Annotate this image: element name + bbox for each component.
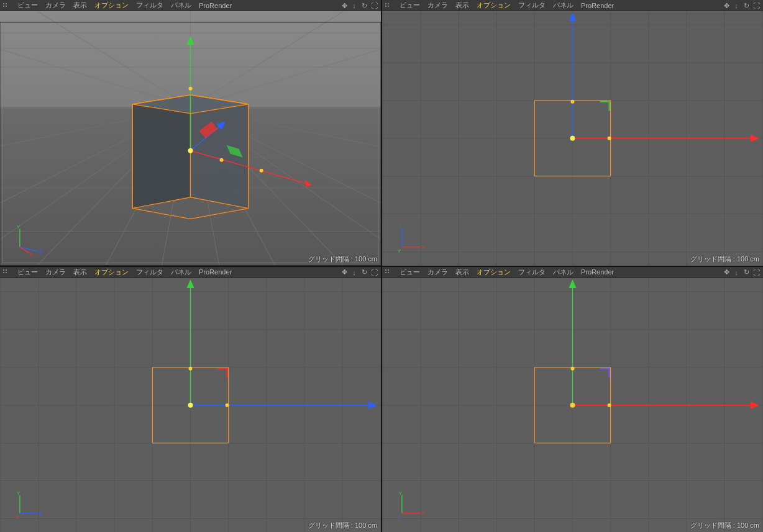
svg-point-136 bbox=[570, 402, 575, 407]
viewport-canvas[interactable]: 前面 合計 オブジェクト 1 bbox=[382, 278, 763, 533]
nav-reset-icon[interactable]: ↻ bbox=[742, 268, 751, 277]
svg-point-42 bbox=[260, 169, 263, 173]
menu-camera[interactable]: カメラ bbox=[427, 268, 448, 277]
svg-point-106 bbox=[188, 366, 192, 370]
grip-icon[interactable] bbox=[385, 269, 391, 275]
grid-spacing-label: グリッド間隔 : 100 cm bbox=[308, 255, 377, 264]
nav-move-icon[interactable]: ✥ bbox=[722, 268, 731, 277]
nav-reset-icon[interactable]: ↻ bbox=[360, 268, 368, 277]
svg-point-41 bbox=[220, 158, 224, 162]
svg-point-75 bbox=[570, 100, 574, 104]
menu-panel[interactable]: パネル bbox=[171, 1, 191, 10]
ortho-scene bbox=[382, 278, 763, 533]
ortho-scene bbox=[382, 11, 763, 266]
menu-options[interactable]: オプション bbox=[477, 268, 511, 277]
menu-prorender[interactable]: ProRender bbox=[199, 2, 232, 9]
menu-filter[interactable]: フィルタ bbox=[136, 268, 163, 277]
nav-reset-icon[interactable]: ↻ bbox=[360, 1, 368, 10]
nav-move-icon[interactable]: ✥ bbox=[340, 1, 349, 10]
menu-panel[interactable]: パネル bbox=[171, 268, 191, 277]
menu-panel[interactable]: パネル bbox=[553, 268, 573, 277]
menu-display[interactable]: 表示 bbox=[455, 1, 469, 10]
menu-camera[interactable]: カメラ bbox=[45, 268, 66, 277]
nav-move-icon[interactable]: ✥ bbox=[722, 1, 731, 10]
viewport-menu-bar: ビュー カメラ 表示 オプション フィルタ パネル ProRender ✥ ↓ … bbox=[382, 267, 763, 278]
viewport-menu-bar: ビュー カメラ 表示 オプション フィルタ パネル ProRender ✥ ↓ … bbox=[0, 267, 381, 278]
ortho-scene bbox=[0, 278, 381, 533]
viewport-pane-right[interactable]: ビュー カメラ 表示 オプション フィルタ パネル ProRender ✥ ↓ … bbox=[0, 267, 381, 533]
svg-point-76 bbox=[608, 137, 611, 140]
menu-prorender[interactable]: ProRender bbox=[581, 268, 614, 276]
nav-maximize-icon[interactable]: ⛶ bbox=[370, 1, 378, 10]
nav-maximize-icon[interactable]: ⛶ bbox=[752, 268, 761, 277]
nav-maximize-icon[interactable]: ⛶ bbox=[370, 268, 378, 277]
nav-reset-icon[interactable]: ↻ bbox=[742, 1, 751, 10]
menu-display[interactable]: 表示 bbox=[73, 1, 87, 10]
menu-view[interactable]: ビュー bbox=[400, 268, 420, 277]
menu-panel[interactable]: パネル bbox=[553, 1, 573, 10]
svg-point-40 bbox=[188, 87, 192, 91]
perspective-scene bbox=[0, 11, 381, 266]
menu-filter[interactable]: フィルタ bbox=[518, 268, 546, 277]
svg-point-137 bbox=[570, 366, 574, 370]
menu-prorender[interactable]: ProRender bbox=[199, 268, 232, 276]
svg-point-105 bbox=[188, 402, 193, 407]
svg-point-138 bbox=[608, 403, 611, 407]
grip-icon[interactable] bbox=[2, 269, 9, 275]
nav-maximize-icon[interactable]: ⛶ bbox=[752, 1, 761, 10]
grip-icon[interactable] bbox=[2, 2, 9, 9]
menu-view[interactable]: ビュー bbox=[17, 268, 38, 277]
viewport-menu-bar: ビュー カメラ 表示 オプション フィルタ パネル ProRender ✥ ↓ … bbox=[382, 0, 763, 11]
grip-icon[interactable] bbox=[385, 2, 391, 9]
nav-down-icon[interactable]: ↓ bbox=[732, 268, 741, 277]
viewport-pane-perspective[interactable]: ビュー カメラ 表示 オプション フィルタ パネル ProRender ✥ ↓ … bbox=[0, 0, 381, 266]
nav-move-icon[interactable]: ✥ bbox=[340, 268, 349, 277]
viewport-quad: ビュー カメラ 表示 オプション フィルタ パネル ProRender ✥ ↓ … bbox=[0, 0, 763, 532]
viewport-canvas[interactable]: 上面 合計 オブジェクト 1 bbox=[382, 11, 763, 266]
viewport-canvas[interactable]: 透視 合計 オブジェクト 1 bbox=[0, 11, 381, 266]
viewport-menu-bar: ビュー カメラ 表示 オプション フィルタ パネル ProRender ✥ ↓ … bbox=[0, 0, 381, 11]
grid-spacing-label: グリッド間隔 : 100 cm bbox=[308, 521, 377, 530]
menu-display[interactable]: 表示 bbox=[455, 268, 469, 277]
menu-filter[interactable]: フィルタ bbox=[136, 1, 163, 10]
menu-options[interactable]: オプション bbox=[477, 1, 511, 10]
menu-prorender[interactable]: ProRender bbox=[581, 2, 614, 9]
menu-options[interactable]: オプション bbox=[94, 268, 129, 277]
nav-down-icon[interactable]: ↓ bbox=[732, 1, 741, 10]
menu-view[interactable]: ビュー bbox=[400, 1, 420, 10]
menu-display[interactable]: 表示 bbox=[73, 268, 87, 277]
grid-spacing-label: グリッド間隔 : 100 cm bbox=[690, 255, 759, 264]
menu-options[interactable]: オプション bbox=[94, 1, 129, 10]
viewport-canvas[interactable]: 右面 合計 オブジェクト 1 bbox=[0, 278, 381, 533]
viewport-pane-front[interactable]: ビュー カメラ 表示 オプション フィルタ パネル ProRender ✥ ↓ … bbox=[382, 267, 763, 533]
menu-camera[interactable]: カメラ bbox=[45, 1, 66, 10]
viewport-pane-top[interactable]: ビュー カメラ 表示 オプション フィルタ パネル ProRender ✥ ↓ … bbox=[382, 0, 763, 266]
grid-spacing-label: グリッド間隔 : 100 cm bbox=[690, 521, 759, 530]
svg-point-74 bbox=[570, 136, 575, 141]
nav-down-icon[interactable]: ↓ bbox=[350, 268, 359, 277]
svg-point-107 bbox=[226, 403, 229, 407]
nav-down-icon[interactable]: ↓ bbox=[350, 1, 359, 10]
menu-view[interactable]: ビュー bbox=[17, 1, 38, 10]
svg-point-39 bbox=[188, 148, 193, 153]
menu-filter[interactable]: フィルタ bbox=[518, 1, 546, 10]
menu-camera[interactable]: カメラ bbox=[427, 1, 448, 10]
